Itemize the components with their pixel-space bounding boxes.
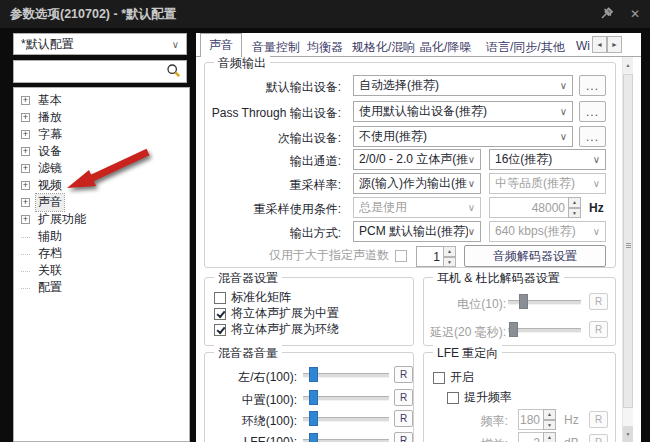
scroll-down-icon[interactable]: ▼ bbox=[623, 426, 633, 442]
expand-stereo-center-checkbox[interactable]: 将立体声扩展为中置 bbox=[214, 305, 339, 322]
expander-plus-icon[interactable]: + bbox=[21, 96, 30, 105]
default-device-select[interactable]: 自动选择(推荐)∨ bbox=[353, 75, 573, 96]
sidebar-item-extensions[interactable]: +扩展功能 bbox=[14, 211, 189, 228]
channel-limit-spinner[interactable]: 1 ▲▼ bbox=[416, 246, 456, 267]
group-audio-output: 音频输出 默认输出设备: 自动选择(推荐)∨ ... Pass Through … bbox=[204, 62, 616, 268]
slider-handle[interactable] bbox=[309, 390, 318, 405]
settings-tree: +基本 +播放 +字幕 +设备 +滤镜 +视频 +声音 +扩展功能 辅助 存档 … bbox=[13, 87, 190, 442]
spin-up-icon[interactable]: ▲ bbox=[543, 409, 556, 420]
group-lfe-redirect: LFE 重定向 开启 提升频率 频率: 180 ▲▼ Hz R 增益: 2 ▲▼… bbox=[423, 352, 616, 442]
sidebar-item-playback[interactable]: +播放 bbox=[14, 109, 189, 126]
center-volume-reset-button[interactable]: R bbox=[394, 389, 413, 406]
tab-scroll-left-icon[interactable]: ◄ bbox=[592, 36, 607, 53]
output-bitdepth-select[interactable]: 16位(推荐)∨ bbox=[489, 149, 606, 170]
tree-guide bbox=[21, 270, 30, 272]
chevron-down-icon: ∨ bbox=[468, 154, 475, 165]
sidebar-item-config[interactable]: 配置 bbox=[14, 279, 189, 296]
lr-volume-slider[interactable] bbox=[303, 367, 389, 382]
surround-volume-reset-button[interactable]: R bbox=[394, 410, 413, 427]
spin-down-icon[interactable]: ▼ bbox=[543, 420, 556, 431]
chevron-down-icon: ∨ bbox=[593, 226, 600, 237]
passthrough-device-select[interactable]: 使用默认输出设备(推荐)∨ bbox=[353, 101, 573, 122]
slider-handle[interactable] bbox=[309, 433, 318, 442]
profile-select[interactable]: *默认配置 ∨ bbox=[13, 33, 187, 55]
tab-sound[interactable]: 声音 bbox=[200, 33, 242, 57]
spin-down-icon[interactable]: ▼ bbox=[568, 208, 581, 219]
audio-decoder-settings-button[interactable]: 音频解码器设置 bbox=[464, 245, 606, 267]
checkbox-icon[interactable] bbox=[395, 250, 407, 262]
tab-equalizer[interactable]: 均衡器 bbox=[307, 39, 343, 56]
pin-icon[interactable] bbox=[600, 6, 614, 23]
lfe-volume-slider[interactable] bbox=[303, 433, 389, 442]
checkbox-icon[interactable] bbox=[214, 292, 226, 304]
normalize-matrix-checkbox[interactable]: 标准化矩阵 bbox=[214, 289, 291, 306]
tab-language-sync-other[interactable]: 语言/同步/其他 bbox=[486, 39, 565, 56]
lfe-volume-label: LFE(100): bbox=[205, 435, 297, 442]
lr-volume-reset-button[interactable]: R bbox=[394, 366, 413, 383]
spin-down-icon[interactable]: ▼ bbox=[443, 257, 456, 268]
output-mode-select[interactable]: PCM 默认输出(推荐)∨ bbox=[353, 221, 481, 242]
slider-handle[interactable] bbox=[309, 367, 318, 382]
scrollbar-thumb[interactable] bbox=[623, 74, 633, 408]
group-title: LFE 重定向 bbox=[433, 345, 502, 362]
channel-limit-checkbox[interactable]: 仅用于大于指定声道数 bbox=[269, 247, 407, 264]
sidebar-item-subtitles[interactable]: +字幕 bbox=[14, 126, 189, 143]
expander-plus-icon[interactable]: + bbox=[21, 215, 30, 224]
search-input[interactable] bbox=[19, 64, 166, 80]
secondary-device-more-button[interactable]: ... bbox=[579, 126, 606, 147]
checkbox-icon[interactable] bbox=[447, 392, 459, 404]
lfe-enable-checkbox[interactable]: 开启 bbox=[433, 369, 474, 386]
gain-label: 增益: bbox=[444, 436, 508, 442]
delay-slider bbox=[508, 322, 581, 337]
checkbox-icon[interactable] bbox=[433, 372, 445, 384]
expander-plus-icon[interactable]: + bbox=[21, 113, 30, 122]
spin-up-icon[interactable]: ▲ bbox=[568, 197, 581, 208]
frequency-reset-button: R bbox=[589, 411, 608, 428]
surround-volume-slider[interactable] bbox=[303, 411, 389, 426]
slider-handle[interactable] bbox=[509, 322, 518, 337]
sidebar-item-association[interactable]: 关联 bbox=[14, 262, 189, 279]
scroll-up-icon[interactable]: ▲ bbox=[623, 57, 633, 73]
expander-plus-icon[interactable]: + bbox=[21, 130, 30, 139]
sidebar-item-video[interactable]: +视频 bbox=[14, 177, 189, 194]
output-channel-select[interactable]: 2/0/0 - 2.0 立体声(推∨ bbox=[353, 149, 481, 170]
group-title: 音频输出 bbox=[214, 55, 270, 72]
output-bitrate-select: 640 kbps(推荐)∨ bbox=[489, 221, 606, 242]
secondary-device-select[interactable]: 不使用(推荐)∨ bbox=[353, 126, 573, 147]
tab-normalize-reverb[interactable]: 规格化/混响 bbox=[352, 39, 415, 56]
resample-rate-select[interactable]: 源(输入)作为输出(推∨ bbox=[353, 173, 481, 194]
sidebar-item-sound[interactable]: +声音 bbox=[14, 194, 189, 211]
expander-plus-icon[interactable]: + bbox=[21, 181, 30, 190]
sidebar-search[interactable] bbox=[13, 60, 187, 83]
surround-volume-label: 环绕(100): bbox=[205, 413, 297, 430]
resample-rate-label: 重采样率: bbox=[209, 177, 341, 194]
sidebar-item-filters[interactable]: +滤镜 bbox=[14, 160, 189, 177]
spin-up-icon[interactable]: ▲ bbox=[443, 246, 456, 257]
sidebar-item-basic[interactable]: +基本 bbox=[14, 92, 189, 109]
vertical-scrollbar[interactable]: ▲ ▼ bbox=[622, 57, 633, 442]
tab-volume-control[interactable]: 音量控制 bbox=[252, 39, 300, 56]
sidebar-item-auxiliary[interactable]: 辅助 bbox=[14, 228, 189, 245]
sidebar-item-device[interactable]: +设备 bbox=[14, 143, 189, 160]
center-volume-slider[interactable] bbox=[303, 390, 389, 405]
boost-frequency-checkbox[interactable]: 提升频率 bbox=[447, 389, 512, 406]
sidebar-item-archive[interactable]: 存档 bbox=[14, 245, 189, 262]
tab-scroll-right-icon[interactable]: ► bbox=[607, 36, 622, 53]
center-volume-label: 中置(100): bbox=[205, 392, 297, 409]
expander-plus-icon[interactable]: + bbox=[21, 147, 30, 156]
checkbox-checked-icon[interactable] bbox=[214, 308, 226, 320]
checkbox-checked-icon[interactable] bbox=[214, 324, 226, 336]
close-icon[interactable]: ✕ bbox=[630, 7, 640, 21]
expander-plus-icon[interactable]: + bbox=[21, 164, 30, 173]
expander-plus-icon[interactable]: + bbox=[21, 198, 30, 207]
slider-handle[interactable] bbox=[309, 411, 318, 426]
tab-wi-truncated[interactable]: Wi bbox=[576, 39, 590, 53]
expand-stereo-surround-checkbox[interactable]: 将立体声扩展为环绕 bbox=[214, 321, 339, 338]
spin-up-icon[interactable]: ▲ bbox=[543, 432, 556, 442]
chevron-down-icon: ∨ bbox=[468, 202, 475, 213]
tab-crystal-denoise[interactable]: 晶化/降噪 bbox=[420, 39, 471, 56]
slider-handle[interactable] bbox=[519, 294, 528, 309]
default-device-more-button[interactable]: ... bbox=[579, 75, 606, 96]
passthrough-device-more-button[interactable]: ... bbox=[579, 101, 606, 122]
lfe-volume-reset-button[interactable]: R bbox=[394, 432, 413, 442]
